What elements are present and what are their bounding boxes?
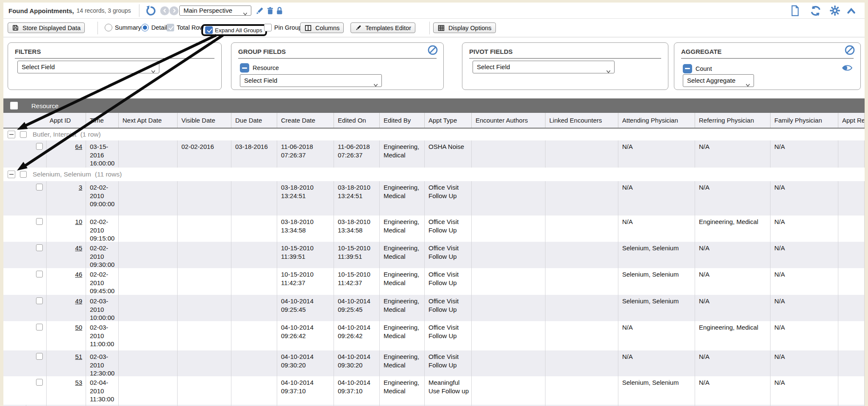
cell-appt-id[interactable]: 50 (47, 321, 86, 350)
row-checkbox[interactable] (36, 244, 43, 251)
refresh-icon[interactable] (810, 3, 822, 19)
table-row[interactable]: 302-02-2010 09:00:0003-18-2010 13:24:510… (3, 181, 865, 216)
lock-icon[interactable] (275, 3, 284, 19)
row-checkbox[interactable] (36, 324, 43, 330)
store-displayed-data-button[interactable]: Store Displayed Data (8, 22, 85, 33)
table-row[interactable]: 5002-03-2010 11:00:0004-10-2014 09:26:42… (3, 321, 865, 350)
column-header[interactable]: Encounter Authors (472, 113, 545, 128)
collapse-group-icon[interactable] (8, 131, 15, 138)
cell: 02-02-2010 09:45:00 (86, 268, 119, 295)
cell-appt-id[interactable]: 3 (47, 181, 86, 216)
column-header[interactable]: Appt Type (425, 113, 472, 128)
column-header[interactable]: Create Date (277, 113, 334, 128)
column-header[interactable]: Appt Re (838, 113, 865, 128)
row-checkbox[interactable] (36, 143, 43, 150)
cell (545, 268, 618, 295)
clear-group-fields-icon[interactable] (427, 45, 438, 57)
column-header[interactable]: Edited By (380, 113, 425, 128)
next-icon[interactable] (170, 3, 178, 19)
column-header[interactable]: Linked Encounters (545, 113, 618, 128)
table-row[interactable]: 6403-15-2016 16:00:0002-02-201603-18-201… (3, 140, 865, 168)
cell: N/A (771, 181, 838, 216)
table-row[interactable]: 4902-03-2010 10:00:0004-10-2014 09:25:45… (3, 295, 865, 321)
cell: 04-10-2014 09:37:10 (277, 376, 334, 405)
cell: 04-10-2014 09:26:42 (277, 321, 334, 350)
prev-icon[interactable] (160, 3, 169, 19)
eye-icon[interactable] (842, 63, 853, 74)
cell (119, 376, 178, 405)
columns-button[interactable]: Columns (300, 22, 344, 33)
cell: Office Visit Follow Up (425, 295, 472, 321)
column-header[interactable]: Attending Physician (618, 113, 695, 128)
delete-perspective-icon[interactable] (266, 3, 275, 19)
undo-icon[interactable] (145, 3, 156, 19)
cell: N/A (618, 181, 695, 216)
cell (545, 140, 618, 168)
cell-appt-id[interactable]: 53 (47, 376, 86, 405)
cell-appt-id[interactable]: 46 (47, 268, 86, 295)
column-header[interactable]: Next Apt Date (119, 113, 178, 128)
table-row[interactable]: 4602-02-2010 09:45:0010-15-2010 11:42:37… (3, 268, 865, 295)
column-header[interactable]: Time (86, 113, 119, 128)
summary-radio[interactable]: Summary (105, 24, 141, 31)
new-document-icon[interactable] (790, 3, 800, 19)
clear-aggregate-icon[interactable] (844, 45, 855, 57)
expand-all-groups-checkbox[interactable]: Expand All Groups (205, 26, 262, 34)
cell (178, 268, 231, 295)
cell: N/A (771, 295, 838, 321)
collapse-group-icon[interactable] (8, 171, 15, 178)
remove-resource-icon[interactable] (240, 63, 249, 73)
row-checkbox[interactable] (36, 184, 43, 190)
row-checkbox[interactable] (36, 271, 43, 277)
remove-count-icon[interactable] (683, 64, 692, 73)
cell (838, 321, 865, 350)
cell: Office Visit Follow Up (425, 350, 472, 376)
cell-appt-id[interactable]: 45 (47, 242, 86, 268)
cell-appt-id[interactable]: 10 (47, 216, 86, 242)
row-select-cell (3, 295, 47, 321)
radio-icon (105, 24, 112, 31)
row-checkbox[interactable] (36, 218, 43, 225)
table-row[interactable]: 4502-02-2010 09:30:0010-15-2010 11:39:51… (3, 242, 865, 268)
aggregate-select[interactable]: Select Aggregate (683, 74, 754, 87)
cell (178, 350, 231, 376)
column-header[interactable]: Family Physician (771, 113, 838, 128)
pin-groups-checkbox[interactable]: Pin Groups (264, 24, 305, 31)
cell (119, 350, 178, 376)
group-checkbox[interactable] (20, 171, 27, 178)
column-header[interactable]: Due Date (231, 113, 277, 128)
column-header[interactable]: Visible Date (178, 113, 231, 128)
pivot-fields-select[interactable]: Select Field (473, 61, 615, 73)
column-header[interactable]: Referring Physician (695, 113, 771, 128)
column-header[interactable]: Appt ID (47, 113, 86, 128)
cell-appt-id[interactable]: 49 (47, 295, 86, 321)
select-all-checkbox[interactable] (10, 102, 18, 109)
gear-icon[interactable] (829, 3, 840, 19)
table-row[interactable]: 5102-03-2010 12:30:0004-10-2014 09:30:20… (3, 350, 865, 376)
total-row-label: Total Row (177, 24, 204, 31)
table-row[interactable]: 5302-04-2010 11:30:0004-10-2014 09:37:10… (3, 376, 865, 405)
row-checkbox[interactable] (36, 353, 43, 360)
row-checkbox[interactable] (36, 379, 43, 386)
cell-appt-id[interactable]: 51 (47, 350, 86, 376)
total-row-checkbox[interactable]: Total Row (167, 24, 204, 31)
group-fields-select[interactable]: Select Field (240, 74, 382, 87)
perspective-select[interactable]: Main Perspective (179, 6, 251, 16)
filters-field-select[interactable]: Select Field (17, 61, 159, 73)
column-header[interactable]: Edited On (334, 113, 380, 128)
edit-perspective-icon[interactable] (255, 3, 264, 19)
cell (838, 216, 865, 242)
group-checkbox[interactable] (20, 131, 27, 138)
cell: 03-18-2010 13:34:58 (334, 216, 380, 242)
display-options-button[interactable]: Display Options (433, 22, 496, 33)
detail-radio[interactable]: Detail (141, 24, 167, 31)
cell: Selenium, Selenium (618, 376, 695, 405)
cell: 10-15-2010 11:39:51 (334, 242, 380, 268)
row-checkbox[interactable] (36, 297, 43, 304)
collapse-panel-icon[interactable] (846, 3, 857, 19)
cell-appt-id[interactable]: 64 (47, 140, 86, 168)
cell: 02-04-2010 11:30:00 (86, 376, 119, 405)
table-row[interactable]: 1002-02-2010 09:15:0003-18-2010 13:34:58… (3, 216, 865, 242)
cell (119, 321, 178, 350)
templates-editor-button[interactable]: Templates Editor (351, 22, 415, 33)
